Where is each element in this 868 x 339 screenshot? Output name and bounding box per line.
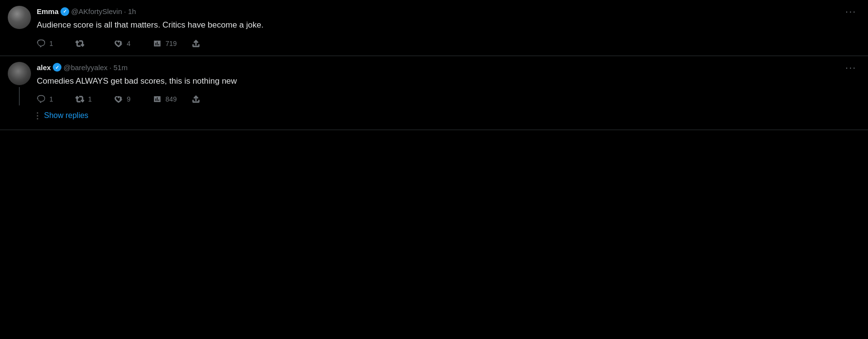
reply-action-1[interactable]: 1 xyxy=(37,37,75,50)
avatar-col-2 xyxy=(8,62,31,106)
reply-count-2: 1 xyxy=(49,95,53,103)
share-action-1[interactable] xyxy=(192,37,230,50)
tweet-header-1: Emma ✓ @AKfortySlevin · 1h ··· xyxy=(37,6,860,17)
like-count-1: 4 xyxy=(127,40,131,47)
views-icon-2 xyxy=(153,95,162,103)
heart-icon-2 xyxy=(114,95,123,103)
tweet-text-1: Audience score is all that matters. Crit… xyxy=(37,19,860,31)
retweet-action-2[interactable]: 1 xyxy=(75,93,114,105)
reply-icon-1 xyxy=(37,39,45,48)
verified-badge-alex: ✓ xyxy=(53,63,61,72)
thread-dots xyxy=(37,112,38,119)
timestamp-alex: 51m xyxy=(113,63,127,72)
show-replies-button[interactable]: Show replies xyxy=(44,111,89,120)
more-options-btn-1[interactable]: ··· xyxy=(841,6,860,17)
action-bar-1: 1 4 719 xyxy=(37,37,860,50)
views-action-2[interactable]: 849 xyxy=(153,93,192,105)
timestamp-emma: 1h xyxy=(128,7,136,15)
tweet-1: Emma ✓ @AKfortySlevin · 1h ··· Audience … xyxy=(0,0,868,56)
dot-2 xyxy=(37,115,38,117)
tweet-header-2: alex ✓ @barelyyalex · 51m ··· xyxy=(37,62,860,73)
more-options-btn-2[interactable]: ··· xyxy=(841,62,860,73)
display-name-emma[interactable]: Emma xyxy=(37,7,59,15)
like-action-1[interactable]: 4 xyxy=(114,37,153,50)
heart-icon-1 xyxy=(114,39,123,48)
dot-sep-2: · xyxy=(109,63,111,72)
avatar-emma[interactable] xyxy=(8,6,31,29)
dot-1 xyxy=(37,112,38,114)
tweet-header-left-2: alex ✓ @barelyyalex · 51m xyxy=(37,63,128,72)
tweet-header-left-1: Emma ✓ @AKfortySlevin · 1h xyxy=(37,7,136,16)
like-count-2: 9 xyxy=(127,95,131,103)
tweet-2: alex ✓ @barelyyalex · 51m ··· Comedies A… xyxy=(0,56,868,131)
show-replies-row: Show replies xyxy=(8,105,860,124)
retweet-icon-2 xyxy=(75,95,84,103)
avatar-alex[interactable] xyxy=(8,62,31,85)
views-action-1[interactable]: 719 xyxy=(153,37,192,50)
share-icon-2 xyxy=(192,95,200,103)
username-emma[interactable]: @AKfortySlevin xyxy=(71,7,122,15)
dot-sep-1: · xyxy=(124,7,126,15)
thread-line xyxy=(19,87,20,106)
dot-3 xyxy=(37,118,38,119)
views-count-1: 719 xyxy=(165,40,177,47)
reply-icon-2 xyxy=(37,95,45,103)
share-icon-1 xyxy=(192,39,200,48)
checkmark-icon: ✓ xyxy=(63,9,67,14)
avatar-col-1 xyxy=(8,6,31,50)
share-action-2[interactable] xyxy=(192,93,230,105)
reply-count-1: 1 xyxy=(49,40,53,47)
retweet-count-2: 1 xyxy=(88,95,92,103)
reply-action-2[interactable]: 1 xyxy=(37,93,75,105)
username-alex[interactable]: @barelyyalex xyxy=(63,63,107,72)
checkmark-icon-alex: ✓ xyxy=(55,65,59,70)
retweet-action-1[interactable] xyxy=(75,37,114,50)
retweet-icon-1 xyxy=(75,39,84,48)
tweet-content-2: alex ✓ @barelyyalex · 51m ··· Comedies A… xyxy=(37,62,860,106)
display-name-alex[interactable]: alex xyxy=(37,63,51,72)
action-bar-2: 1 1 9 849 xyxy=(37,93,860,105)
views-icon-1 xyxy=(153,39,162,48)
tweet-content-1: Emma ✓ @AKfortySlevin · 1h ··· Audience … xyxy=(37,6,860,50)
tweet-text-2: Comedies ALWAYS get bad scores, this is … xyxy=(37,75,860,88)
views-count-2: 849 xyxy=(165,95,177,103)
like-action-2[interactable]: 9 xyxy=(114,93,153,105)
verified-badge-emma: ✓ xyxy=(60,7,69,16)
